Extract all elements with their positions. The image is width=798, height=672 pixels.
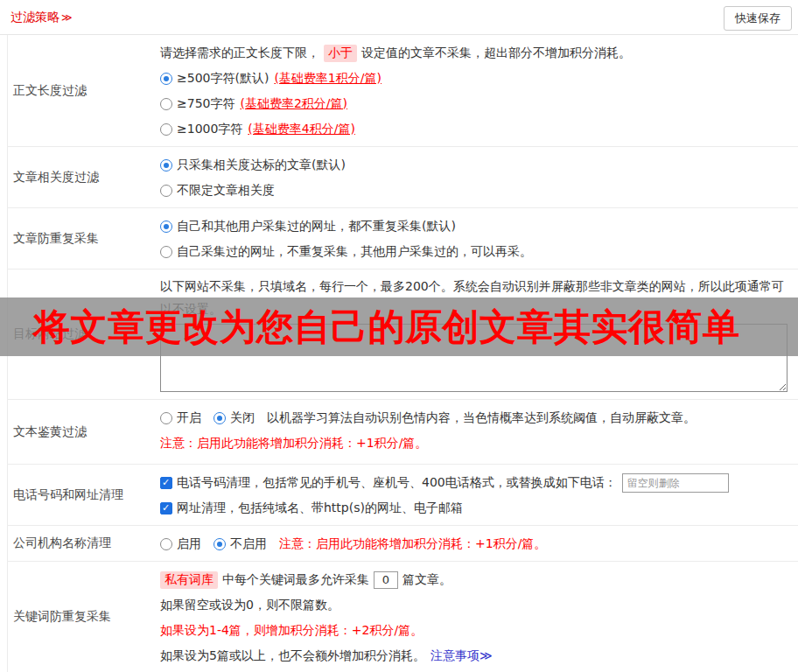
row-label: 文章防重复采集 <box>8 208 155 269</box>
relevance-option-any[interactable]: 不限定文章相关度 <box>160 178 791 203</box>
row-label: 正文长度过滤 <box>8 35 155 146</box>
relevance-option-strict[interactable]: 只采集相关度达标的文章(默认) <box>160 152 791 178</box>
watermark-banner: 将文章更改为您自己的原创文章其实很简单 <box>0 298 798 356</box>
page-title[interactable]: 过滤策略≫ <box>10 10 73 25</box>
dedupe-option-self-only[interactable]: 自己采集过的网址，不重复采集，其他用户采集过的，可以再采。 <box>160 239 791 264</box>
radio-length-750[interactable] <box>160 98 172 110</box>
option-label: 只采集相关度达标的文章(默认) <box>177 158 346 173</box>
radio-dedupe-all-users[interactable] <box>160 220 172 233</box>
radio-company-on[interactable] <box>160 538 172 550</box>
option-label: ≥1000字符 <box>177 122 242 137</box>
notice-link[interactable]: 注意事项≫ <box>430 648 493 664</box>
option-label: 不启用 <box>230 536 267 552</box>
row-relevance-filter: 文章相关度过滤 只采集相关度达标的文章(默认) 不限定文章相关度 <box>8 147 798 208</box>
radio-porn-on[interactable] <box>160 412 172 424</box>
top-bar: 过滤策略≫ 快速保存 <box>0 0 798 35</box>
radio-length-500[interactable] <box>160 73 172 85</box>
keyword-note-zero: 如果留空或设为0，则不限篇数。 <box>160 592 791 618</box>
dedupe-option-all-users[interactable]: 自己和其他用户采集过的网址，都不重复采集(默认) <box>160 214 791 239</box>
keyword-note-five: 如果设为5篇或以上，也不会额外增加积分消耗。 <box>160 648 425 664</box>
replacement-phone-input[interactable] <box>622 473 729 493</box>
radio-porn-off[interactable] <box>214 412 226 424</box>
checkbox-phone-cleanup[interactable] <box>160 477 172 489</box>
row-company-name-cleanup: 公司机构名称清理 启用 不启用 注意：启用此功能将增加积分消耗：+1积分/篇。 <box>8 526 798 562</box>
radio-length-1000[interactable] <box>160 123 172 136</box>
page-title-text: 过滤策略 <box>10 10 60 24</box>
radio-company-off[interactable] <box>214 538 226 550</box>
fee-note: (基础费率4积分/篇) <box>248 122 355 137</box>
row-label: 文章相关度过滤 <box>8 147 155 207</box>
highlight-less-than: 小于 <box>324 45 357 62</box>
row-phone-url-cleanup: 电话号码和网址清理 电话号码清理，包括常见的手机号、座机号、400电话格式，或替… <box>8 465 798 526</box>
length-option-750[interactable]: ≥750字符 (基础费率2积分/篇) <box>160 91 791 116</box>
checkbox-label: 电话号码清理，包括常见的手机号、座机号、400电话格式，或替换成如下电话： <box>177 475 617 491</box>
intro-text-2: 设定值的文章不采集，超出部分不增加积分消耗。 <box>361 46 631 61</box>
filter-strategy-page: 过滤策略≫ 快速保存 正文长度过滤 请选择需求的正文长度下限， 小于 设定值的文… <box>0 0 798 672</box>
radio-dedupe-self-only[interactable] <box>160 246 172 258</box>
row-label: 公司机构名称清理 <box>8 526 155 561</box>
fee-note: (基础费率1积分/篇) <box>274 71 382 87</box>
option-label: 自己和其他用户采集过的网址，都不重复采集(默认) <box>177 219 456 234</box>
row-label: 文本鉴黄过滤 <box>8 400 155 464</box>
row-label: 电话号码和网址清理 <box>8 465 155 525</box>
radio-relevance-strict[interactable] <box>160 159 172 172</box>
chevron-double-icon: ≫ <box>61 11 73 24</box>
watermark-text: 将文章更改为您自己的原创文章其实很简单 <box>33 303 740 352</box>
row-label: 关键词防重复采集 <box>8 562 155 672</box>
option-label: 不限定文章相关度 <box>177 183 275 199</box>
row-porn-filter: 文本鉴黄过滤 开启 关闭 以机器学习算法自动识别色情内容，当色情概率达到系统阈值… <box>8 400 798 465</box>
option-label: 自己采集过的网址，不重复采集，其他用户采集过的，可以再采。 <box>177 244 532 260</box>
company-cost-note: 注意：启用此功能将增加积分消耗：+1积分/篇。 <box>279 536 546 552</box>
highlight-private-thesaurus: 私有词库 <box>160 571 218 589</box>
keyword-text-2: 篇文章。 <box>402 572 452 588</box>
option-label: 启用 <box>177 536 201 552</box>
keyword-note-cost: 如果设为1-4篇，则增加积分消耗：+2积分/篇。 <box>160 618 791 643</box>
length-option-500[interactable]: ≥500字符(默认) (基础费率1积分/篇) <box>160 66 791 91</box>
quick-save-button[interactable]: 快速保存 <box>724 6 792 31</box>
length-option-1000[interactable]: ≥1000字符 (基础费率4积分/篇) <box>160 116 791 142</box>
max-articles-input[interactable] <box>374 571 398 589</box>
row-keyword-dedupe: 关键词防重复采集 私有词库 中每个关键词最多允许采集 篇文章。 如果留空或设为0… <box>8 562 798 672</box>
checkbox-url-cleanup[interactable] <box>160 502 172 514</box>
checkbox-label: 网址清理，包括纯域名、带http(s)的网址、电子邮箱 <box>177 500 463 516</box>
option-label: 关闭 <box>230 410 255 426</box>
keyword-text: 中每个关键词最多允许采集 <box>222 572 369 588</box>
option-label: ≥750字符 <box>177 96 234 112</box>
porn-cost-note: 注意：启用此功能将增加积分消耗：+1积分/篇。 <box>160 430 791 456</box>
length-intro: 请选择需求的正文长度下限， 小于 设定值的文章不采集，超出部分不增加积分消耗。 <box>160 40 791 66</box>
option-label: 开启 <box>177 410 201 426</box>
fee-note: (基础费率2积分/篇) <box>240 96 347 112</box>
intro-text: 请选择需求的正文长度下限， <box>160 46 319 61</box>
row-dedupe-collection: 文章防重复采集 自己和其他用户采集过的网址，都不重复采集(默认) 自己采集过的网… <box>8 208 798 270</box>
option-label: ≥500字符(默认) <box>177 71 269 87</box>
radio-relevance-any[interactable] <box>160 185 172 197</box>
porn-description: 以机器学习算法自动识别色情内容，当色情概率达到系统阈值，自动屏蔽文章。 <box>267 410 696 426</box>
row-body-length-filter: 正文长度过滤 请选择需求的正文长度下限， 小于 设定值的文章不采集，超出部分不增… <box>8 35 798 147</box>
